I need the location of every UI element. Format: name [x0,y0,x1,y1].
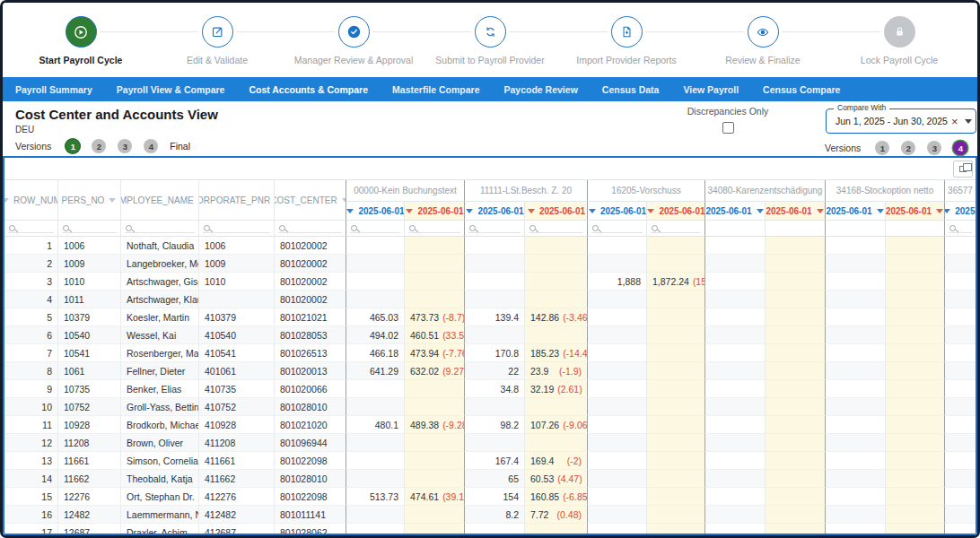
grid-cell[interactable] [826,291,886,308]
filter-icon[interactable] [589,209,596,213]
grid-cell[interactable]: 480.1 [346,416,405,434]
grid-cell[interactable] [588,362,647,380]
grid-cell[interactable] [346,291,405,308]
grid-cell[interactable]: 7 [4,344,58,362]
grid-cell[interactable]: 2 [4,255,58,273]
grid-cell[interactable]: Theobald, Katja [121,470,199,488]
grid-cell[interactable] [886,452,945,470]
grid-cell[interactable]: Rosenberger, Manuela [121,344,199,362]
grid-cell[interactable]: 412687 [199,524,275,534]
tab-view-payroll[interactable]: View Payroll [683,84,739,95]
grid-cell[interactable] [705,380,766,398]
grid-cell[interactable]: 11208 [58,434,121,452]
grid-cell[interactable] [647,524,705,534]
grid-cell[interactable] [647,326,705,344]
grid-cell[interactable] [525,398,588,416]
grid-cell[interactable]: 9 [4,380,58,398]
grid-cell[interactable] [705,524,766,534]
grid-cell[interactable] [588,344,647,362]
grid-cell[interactable] [886,416,945,434]
grid-cell[interactable] [705,362,766,380]
grid-cell[interactable] [826,380,886,398]
grid-cell[interactable] [588,398,647,416]
date-column-header[interactable]: 2025-06-01 [465,202,525,221]
grid-cell[interactable] [766,291,826,308]
grid-cell[interactable]: 801022098 [275,452,346,470]
grid-cell[interactable]: 12482 [58,506,121,524]
tab-masterfile-compare[interactable]: Masterfile Compare [392,84,479,95]
grid-cell[interactable]: 13 [4,452,58,470]
grid-cell[interactable] [525,237,588,255]
version-badge-2[interactable]: 2 [92,139,106,153]
grid-cell[interactable]: 17 [4,524,58,534]
grid-cell[interactable] [346,237,405,255]
grid-cell[interactable]: 1006 [58,237,121,255]
grid-cell[interactable]: 801020002 [275,255,346,273]
grid-cell[interactable]: 185.23(-14.43) [525,344,588,362]
grid-cell[interactable]: 466.18 [346,344,405,362]
grid-cell[interactable] [826,255,886,273]
grid-cell[interactable] [886,326,945,344]
version-badge-3[interactable]: 3 [927,141,941,155]
grid-cell[interactable] [826,237,886,255]
filter-icon[interactable] [877,209,884,213]
grid-cell[interactable]: 494.02 [346,326,405,344]
date-column-header[interactable]: 2025-06-01 [346,202,405,221]
grid-cell[interactable]: 6 [4,326,58,344]
grid-cell[interactable] [826,524,886,534]
tab-payroll-view-compare[interactable]: Payroll View & Compare [117,84,225,95]
chevron-down-icon[interactable] [965,119,972,124]
grid-cell[interactable] [886,362,945,380]
version-badge-1[interactable]: 1 [875,141,889,155]
eye-icon[interactable] [748,16,779,48]
grid-cell[interactable] [647,344,705,362]
grid-cell[interactable]: 513.73 [346,488,405,506]
grid-cell[interactable]: 1010 [58,273,121,291]
step-submit-to-payroll-provider[interactable]: Submit to Payroll Provider [422,16,558,77]
grid-cell[interactable] [705,308,766,326]
grid-cell[interactable] [886,398,945,416]
filter-icon[interactable] [936,209,943,213]
grid-cell[interactable] [405,506,465,524]
grid-cell[interactable] [886,506,945,524]
grid-cell[interactable]: 411661 [199,452,275,470]
grid-cell[interactable]: 32.19(2.61) [525,380,588,398]
grid-cell[interactable]: 1,888 [588,273,647,291]
version-badge-2[interactable]: 2 [901,141,915,155]
grid-cell[interactable] [886,470,945,488]
grid-cell[interactable]: 14 [4,470,58,488]
grid-cell[interactable] [647,398,705,416]
grid-cell[interactable] [588,291,647,308]
grid-cell[interactable] [766,380,826,398]
grid-cell[interactable]: 460.51(33.51) [405,326,465,344]
grid-cell[interactable]: 412482 [199,506,275,524]
grid-cell[interactable] [346,273,405,291]
column-header-cost_center[interactable]: COST_CENTER [275,180,346,221]
grid-cell[interactable] [346,434,405,452]
grid-cell[interactable]: 60.53(4.47) [525,470,588,488]
date-column-header[interactable]: 2025-06-01 [525,202,588,221]
grid-cell[interactable]: 1011 [58,291,121,308]
step-import-provider-reports[interactable]: Import Provider Reports [558,16,695,77]
grid-cell[interactable] [766,398,826,416]
grid-cell[interactable] [405,434,465,452]
grid-cell[interactable]: 473.73(-8.7) [405,308,465,326]
grid-cell[interactable] [826,308,886,326]
grid-cell[interactable] [766,273,826,291]
grid-cell[interactable]: 142.86(-3.46) [525,308,588,326]
document-add-icon[interactable] [611,16,643,48]
check-circle-icon[interactable] [338,16,370,48]
grid-cell[interactable]: 1 [4,237,58,255]
grid-cell[interactable] [945,380,976,398]
column-header-row_num[interactable]: ROW_NUM [4,180,58,221]
grid-cell[interactable]: 1,872.24(15.76) [647,273,705,291]
grid-cell[interactable] [826,452,886,470]
column-search-cell[interactable] [199,221,275,237]
grid-cell[interactable]: 11661 [58,452,121,470]
grid-cell[interactable] [588,255,647,273]
grid-cell[interactable] [346,506,405,524]
grid-cell[interactable]: 801020066 [275,380,346,398]
grid-cell[interactable] [766,326,826,344]
play-icon[interactable] [66,16,97,48]
grid-scroll-area[interactable]: ROW_NUMPERS_NOEMPLOYEE_NAMECORPORATE_PNR… [4,179,976,534]
